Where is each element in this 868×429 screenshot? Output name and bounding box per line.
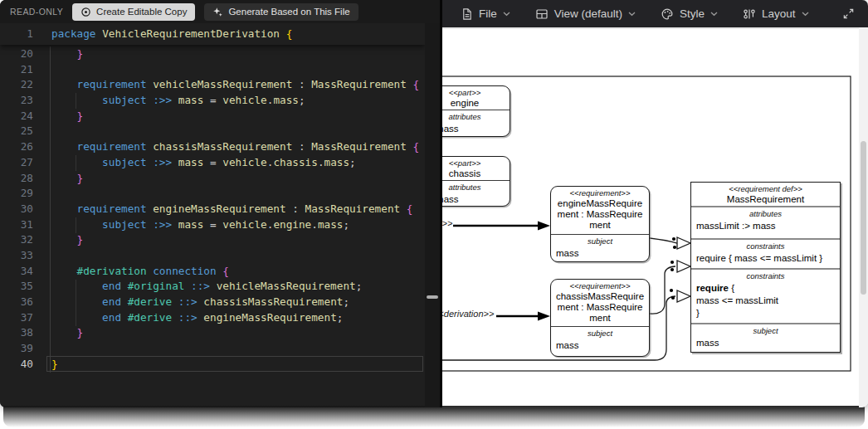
line-number: 33 [0,248,33,264]
requirement-def-box[interactable]: <<requirement def>> MassRequirement attr… [690,182,841,353]
code-token: MassRequirement [311,78,407,90]
layout-menu-button[interactable]: Layout [743,7,809,21]
line-number: 36 [0,295,33,310]
code-token: :>> [153,94,172,106]
code-line[interactable]: 24 } [0,109,425,124]
diagram-toolbar: File View (default) Style [442,0,868,27]
code-token: subject [102,156,146,168]
code-token [172,94,178,106]
code-token: #original [128,280,185,292]
code-text: subject :>> mass = vehicle.mass; [51,93,305,109]
code-token: connection [153,265,216,277]
generate-from-file-button[interactable]: Generate Based on This File [204,3,358,21]
code-line[interactable]: 37 end #derive ::> engineMassRequirement… [0,310,425,326]
subject-value: mass [551,246,649,259]
code-token: vehicle [222,218,266,231]
view-layout-icon [535,7,549,21]
expand-button[interactable] [842,7,855,20]
arrowhead-solid [538,312,550,321]
editor-scrollbar[interactable] [425,23,440,407]
edge-dots [670,237,676,300]
code-text: } [51,171,83,187]
code-token: engineMassRequirement [153,202,285,215]
diagram-canvas[interactable]: <<derivation>> <<derivation>> <<part>> e… [442,27,868,407]
code-line[interactable]: 20 } [0,46,425,62]
code-token: subject [102,218,146,231]
code-token: } [77,233,84,246]
editor-scrollbar-marker[interactable] [427,295,438,299]
code-area[interactable]: 20 }2122 requirement vehicleMassRequirem… [0,45,425,407]
code-line[interactable]: 21 [0,62,425,78]
sticky-scroll-line[interactable]: 1 package VehicleRequirementDerivation { [0,23,425,45]
requirement-box-engine[interactable]: <<requirement>> engineMassRequirement : … [550,186,650,262]
line-number: 38 [0,325,33,341]
pane-divider[interactable] [440,0,442,407]
code-line[interactable]: 34 #derivation connection { [0,264,425,280]
code-line[interactable]: 30 requirement engineMassRequirement : M… [0,202,425,217]
line-number: 28 [0,171,33,187]
code-token [51,110,77,122]
layout-graph-icon [743,7,756,21]
line-number: 29 [0,186,33,202]
code-line[interactable]: 22 requirement vehicleMassRequirement : … [0,77,425,93]
diagram-scrollbar[interactable] [859,27,868,407]
file-menu-button[interactable]: File [461,7,510,21]
code-token: VehicleRequirementDerivation [102,27,280,40]
diagram-scrollbar-thumb[interactable] [861,141,866,295]
arrowhead-solid [538,222,550,231]
line-number: 21 [0,62,33,78]
code-token: :>> [153,156,172,168]
part-box-chassis[interactable]: <<part>> chassis attributes :> mass [442,156,510,207]
code-line[interactable]: 33 [0,248,425,264]
code-token: : [286,202,305,215]
code-token: { [222,265,229,277]
code-token: end [102,295,121,308]
code-token [51,311,102,324]
code-token: { [412,140,419,153]
code-line[interactable]: 25 [0,124,425,139]
code-token [280,27,286,40]
code-line[interactable]: 38 } [0,325,425,341]
code-line[interactable]: 31 subject :>> mass = vehicle.engine.mas… [0,217,425,233]
constraint-value: require { [691,281,840,294]
code-token: vehicleMassRequirement [153,78,292,90]
part-box-engine[interactable]: <<part>> engine attributes :> mass [442,85,510,137]
requirement-box-chassis[interactable]: <<requirement>> chassisMassRequirement :… [550,279,650,357]
code-token [51,233,77,246]
stereotype-label: <<part>> [442,157,510,168]
code-text: } [51,357,58,373]
view-menu-button[interactable]: View (default) [535,7,636,21]
code-token [121,311,128,324]
code-token: } [51,358,58,370]
code-line[interactable]: 27 subject :>> mass = vehicle.chassis.ma… [0,155,425,171]
code-token: ::> [178,295,197,308]
line-number: 32 [0,232,33,248]
code-line[interactable]: 39 [0,341,425,357]
code-line[interactable]: 32 } [0,232,425,248]
code-line[interactable]: 40} [0,357,425,373]
code-line[interactable]: 36 end #derive ::> chassisMassRequiremen… [0,295,425,310]
requirement-name: chassisMassRequirement : MassRequirement [551,291,649,324]
code-line[interactable]: 26 requirement chassisMassRequirement : … [0,139,425,155]
code-token [51,218,102,231]
compartment-label: attributes [691,207,840,219]
create-editable-copy-button[interactable]: Create Editable Copy [72,3,195,21]
code-token: chassisMassRequirement [203,295,343,308]
code-line[interactable]: 28 } [0,171,425,187]
code-line[interactable]: 29 [0,186,425,202]
code-token: mass [178,94,204,106]
chevron-down-icon [802,12,809,17]
code-token: end [102,280,121,292]
code-token: ; [299,94,305,106]
code-token: vehicle [222,94,266,106]
code-token: ; [349,156,356,168]
code-token: engine [273,218,311,231]
code-token: mass [273,94,299,106]
code-token: mass [318,218,344,231]
code-token: package [51,27,95,40]
style-menu-button[interactable]: Style [661,7,718,21]
code-line[interactable]: 35 end #original ::> vehicleMassRequirem… [0,279,425,295]
compartment-label: subject [551,327,649,339]
code-line[interactable]: 23 subject :>> mass = vehicle.mass; [0,93,425,109]
file-icon [461,7,473,21]
